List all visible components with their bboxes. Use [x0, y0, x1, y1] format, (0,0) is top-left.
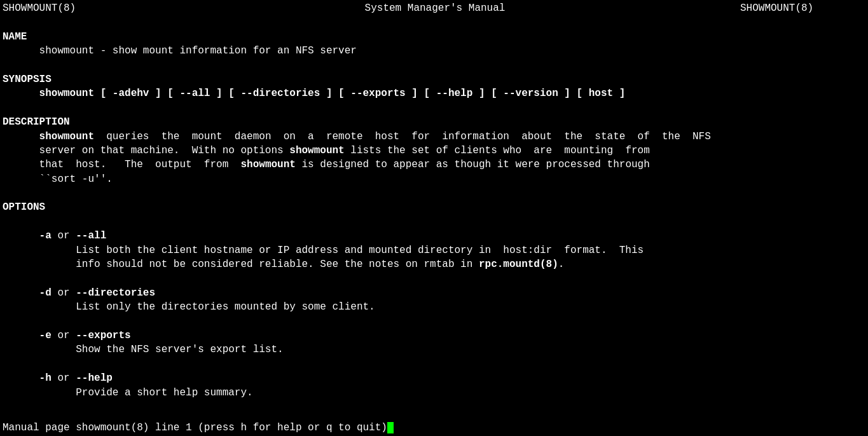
blank1	[0, 15, 868, 29]
blank3	[0, 101, 868, 115]
synopsis-heading: SYNOPSIS	[0, 72, 868, 86]
description-line1: showmount queries the mount daemon on a …	[0, 130, 868, 144]
flag-help: --help	[76, 372, 113, 384]
flag-h: -h	[39, 372, 52, 384]
option-h-desc: Provide a short help summary.	[0, 386, 868, 400]
options-heading: OPTIONS	[0, 200, 868, 214]
flag-e: -e	[39, 330, 52, 341]
blank7	[0, 315, 868, 329]
description-heading: DESCRIPTION	[0, 115, 868, 129]
header-center: System Manager's Manual	[130, 1, 740, 15]
flag-exports: --exports	[76, 330, 130, 341]
flag-all: --all	[76, 230, 106, 242]
option-e-desc: Show the NFS server's export list.	[0, 343, 868, 357]
option-a-desc1: List both the client hostname or IP addr…	[0, 243, 868, 257]
rpc-mountd-ref: rpc.mountd(8)	[479, 259, 558, 270]
showmount-bold2: showmount	[289, 145, 344, 156]
synopsis-body: showmount [ -adehv ] [ --all ] [ --direc…	[0, 86, 868, 100]
header-right: SHOWMOUNT(8)	[740, 3, 813, 14]
flag-directories: --directories	[76, 287, 155, 299]
option-a-flag: -a or --all	[0, 229, 868, 243]
blank8	[0, 357, 868, 371]
option-h-flag: -h or --help	[0, 371, 868, 385]
status-bar: Manual page showmount(8) line 1 (press h…	[0, 419, 868, 436]
description-line3: that host. The output from showmount is …	[0, 158, 868, 172]
blank6	[0, 271, 868, 285]
option-d-desc: List only the directories mounted by som…	[0, 300, 868, 314]
option-a-desc2: info should not be considered reliable. …	[0, 257, 868, 271]
terminal: SHOWMOUNT(8)System Manager's ManualSHOWM…	[0, 0, 868, 436]
status-text: Manual page showmount(8) line 1 (press h…	[3, 421, 387, 435]
description-line2: server on that machine. With no options …	[0, 144, 868, 158]
blank4	[0, 186, 868, 200]
blank2	[0, 58, 868, 72]
description-line4: ``sort -u''.	[0, 172, 868, 186]
header-line: SHOWMOUNT(8)System Manager's ManualSHOWM…	[0, 1, 868, 15]
header-left: SHOWMOUNT(8)	[3, 1, 130, 15]
cursor	[387, 422, 394, 433]
option-e-flag: -e or --exports	[0, 329, 868, 343]
man-page-content: SHOWMOUNT(8)System Manager's ManualSHOWM…	[0, 0, 868, 417]
flag-a: -a	[39, 230, 52, 242]
name-heading: NAME	[0, 30, 868, 44]
blank5	[0, 215, 868, 229]
option-d-flag: -d or --directories	[0, 286, 868, 300]
name-body: showmount - show mount information for a…	[0, 44, 868, 58]
showmount-bold3: showmount	[240, 159, 295, 170]
flag-d: -d	[39, 287, 52, 299]
showmount-bold1: showmount	[39, 131, 94, 142]
